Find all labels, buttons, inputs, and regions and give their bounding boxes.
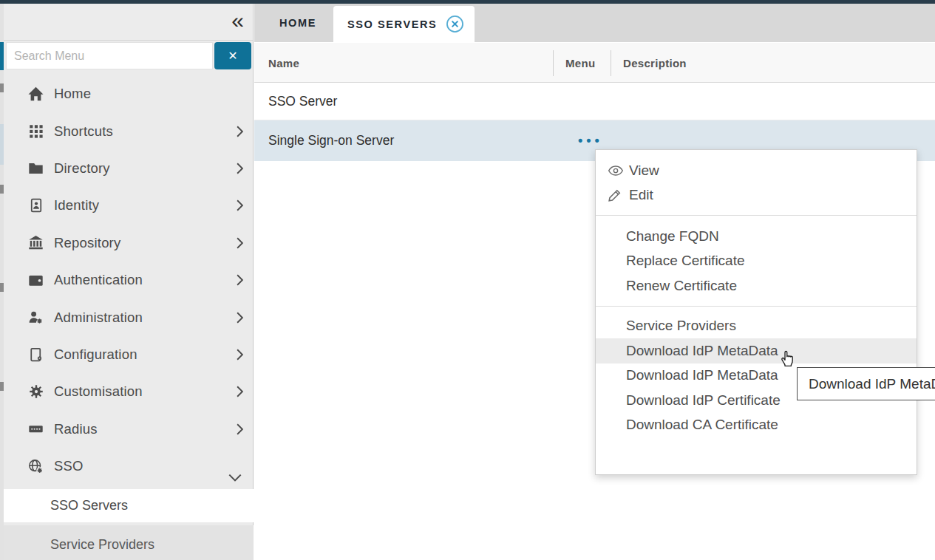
menu-item-label: Download IdP MetaData [626,367,778,383]
column-divider [611,50,611,76]
sidebar-item-identity[interactable]: Identity [4,187,253,224]
row-name-cell: SSO Server [268,94,337,109]
sidebar-item-home[interactable]: Home [4,75,253,112]
column-divider [553,50,554,76]
id-card-icon [27,197,45,214]
sidebar-item-repository[interactable]: Repository [4,225,253,262]
sidebar-item-label: Administration [54,310,237,326]
sidebar-item-label: Shortcuts [54,123,237,140]
sidebar-item-shortcuts[interactable]: Shortcuts [4,112,253,149]
menu-item-label: Renew Certificate [626,278,737,294]
server-icon [27,420,45,438]
sidebar-item-label: Repository [54,235,237,251]
menu-item-label: Replace Certificate [626,253,745,269]
menu-item-label: Download IdP MetaData [626,343,778,359]
sidebar-item-customisation[interactable]: Customisation [4,373,253,410]
wallet-icon [27,271,45,289]
edge-fragment [0,382,4,391]
menu-item-label: View [629,163,659,179]
chevron-right-icon [237,423,244,435]
context-menu-group: Change FQDN Replace Certificate Renew Ce… [596,216,917,298]
sidebar-item-authentication[interactable]: Authentication [4,262,253,298]
menu-item-label: Change FQDN [626,228,719,245]
menu-item-edit[interactable]: Edit [596,183,917,208]
chevron-right-icon [237,386,244,397]
table-row[interactable]: SSO Server [254,83,935,120]
sidebar-item-label: Radius [54,421,237,437]
sidebar-item-label: Identity [54,197,237,214]
tab-home[interactable]: HOME [279,4,316,42]
sidebar-item-directory[interactable]: Directory [4,150,253,187]
sidebar-item-label: Customisation [54,383,237,400]
chevron-right-icon [237,237,244,249]
sidebar-item-label: SSO [54,458,244,474]
chevron-right-icon [237,126,244,137]
tab-label: SSO SERVERS [347,18,437,30]
sidebar-search: ✕ [6,42,251,70]
bank-icon [27,234,45,252]
column-header-description: Description [623,43,687,83]
chevron-right-icon [237,199,244,211]
menu-item-download-idp-metadata[interactable]: Download IdP MetaData [596,338,917,363]
eye-icon [608,165,627,177]
menu-item-replace-certificate[interactable]: Replace Certificate [596,249,917,274]
menu-item-view[interactable]: View [596,158,917,183]
context-menu: View Edit Change FQDN Replace Certificat… [595,149,917,475]
table-header: Name Menu Description [254,43,935,83]
menu-item-label: Download IdP Certificate [626,392,781,409]
shortcuts-icon [27,123,45,140]
edge-fragment [0,283,4,292]
tooltip: Download IdP MetaData [797,367,935,400]
sidebar: « ✕ Home Shortcuts [4,4,254,560]
edge-fragment [0,42,4,70]
sidebar-item-label: Directory [54,160,237,177]
sidebar-item-sso-servers[interactable]: SSO Servers [4,489,254,522]
sidebar-menu: Home Shortcuts Directory [4,75,253,485]
globe-gear-icon [27,457,45,475]
collapse-sidebar-icon[interactable]: « [231,10,242,32]
sidebar-item-label: Home [54,86,244,102]
tab-sso-servers[interactable]: SSO SERVERS [333,6,475,42]
sidebar-item-administration[interactable]: Administration [4,298,253,335]
tab-bar: HOME SSO SERVERS [254,4,935,42]
search-clear-button[interactable]: ✕ [214,42,251,69]
sidebar-header: « [4,4,253,41]
chevron-right-icon [237,312,244,324]
sidebar-subitem-label: Service Providers [50,537,154,553]
tab-close-icon[interactable] [446,15,464,33]
gear-icon [27,383,45,400]
sidebar-item-label: Authentication [54,272,237,288]
chevron-down-icon[interactable] [228,471,242,485]
chevron-right-icon [237,349,244,361]
edge-fragment [0,185,4,194]
user-gear-icon [27,309,45,327]
menu-item-download-ca-certificate[interactable]: Download CA Certificate [596,413,917,438]
edge-fragment [0,124,4,165]
menu-item-change-fqdn[interactable]: Change FQDN [596,224,917,249]
column-header-name: Name [268,43,299,83]
tooltip-text: Download IdP MetaData [809,376,935,392]
tab-label: HOME [279,17,316,29]
column-header-menu: Menu [565,43,595,83]
window-top-bar [0,0,935,4]
edge-fragment [0,83,4,92]
sidebar-item-sso[interactable]: SSO [4,448,253,485]
context-menu-group: View Edit [596,150,917,208]
menu-item-label: Edit [629,187,653,203]
sidebar-item-label: Configuration [54,346,237,363]
sidebar-subitem-label: SSO Servers [50,498,128,513]
screen-edge-artifact [0,4,4,560]
row-name-cell: Single Sign-on Server [268,133,394,148]
sidebar-item-configuration[interactable]: Configuration [4,336,253,373]
sidebar-item-service-providers[interactable]: Service Providers [4,525,254,560]
home-icon [27,85,45,103]
chevron-right-icon [237,274,244,286]
pencil-icon [608,188,627,202]
folder-icon [27,160,45,177]
menu-item-service-providers[interactable]: Service Providers [596,314,917,339]
chevron-right-icon [237,163,244,174]
sidebar-item-radius[interactable]: Radius [4,411,253,448]
menu-item-renew-certificate[interactable]: Renew Certificate [596,273,917,298]
search-input[interactable] [6,42,213,69]
menu-item-label: Service Providers [626,318,736,334]
